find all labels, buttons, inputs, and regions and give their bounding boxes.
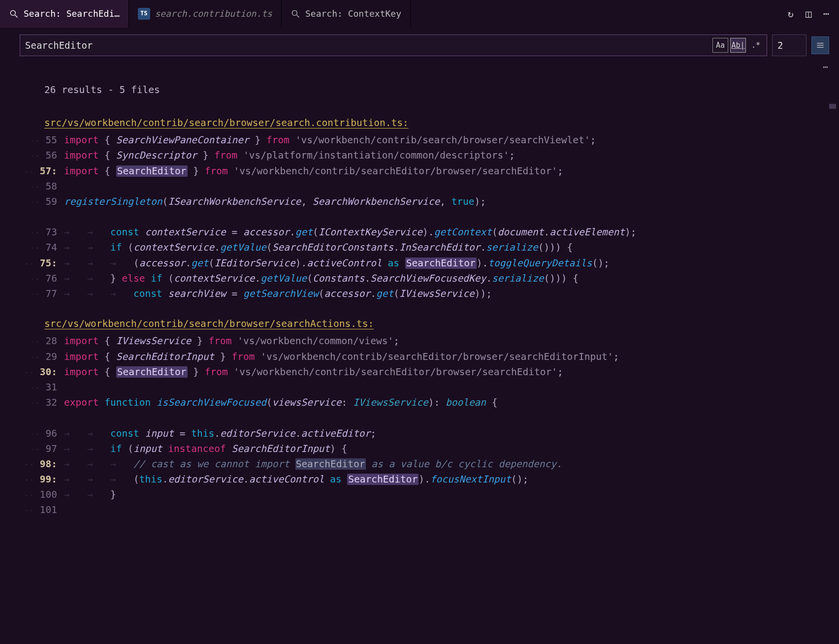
result-line[interactable]: ·· 99:→ → → (this.editorService.activeCo… bbox=[0, 472, 839, 487]
tab-label: search.contribution.ts bbox=[155, 7, 272, 21]
code-content: import { SearchEditor } from 'vs/workben… bbox=[64, 364, 839, 380]
result-line[interactable]: ·· 28import { IViewsService } from 'vs/w… bbox=[0, 333, 839, 349]
code-content: import { IViewsService } from 'vs/workbe… bbox=[64, 333, 839, 349]
code-content bbox=[64, 179, 839, 194]
hamburger-icon bbox=[815, 40, 825, 50]
file-path-heading[interactable]: src/vs/workbench/contrib/search/browser/… bbox=[0, 115, 839, 132]
minimap-slider[interactable] bbox=[829, 104, 836, 109]
result-line[interactable]: ·· 74→ → if (contextService.getValue(Sea… bbox=[0, 240, 839, 255]
code-content: → → } else if (contextService.getValue(C… bbox=[64, 271, 839, 286]
whole-word-label: Ab| bbox=[731, 39, 744, 51]
line-gutter: ·· 99: bbox=[0, 472, 64, 487]
more-icon[interactable]: ⋯ bbox=[823, 60, 828, 74]
case-sensitive-toggle[interactable]: Aa bbox=[712, 38, 728, 53]
search-row: Aa Ab| .* 2 bbox=[0, 28, 839, 60]
line-gutter: ·· 55 bbox=[0, 132, 64, 148]
result-line[interactable]: ·· 73→ → const contextService = accessor… bbox=[0, 225, 839, 240]
editor-tabs: Search: SearchEdi… TS search.contributio… bbox=[0, 0, 839, 28]
result-line[interactable]: ·· 56import { SyncDescriptor } from 'vs/… bbox=[0, 148, 839, 163]
code-content: → → → (accessor.get(IEditorService).acti… bbox=[64, 256, 839, 271]
result-line[interactable]: ·· 77→ → → const searchView = getSearchV… bbox=[0, 286, 839, 301]
line-gutter: ·· 101 bbox=[0, 502, 64, 517]
code-content: → → → const searchView = getSearchView(a… bbox=[64, 286, 839, 301]
context-lines-value: 2 bbox=[777, 38, 783, 53]
line-gutter: ·· 29 bbox=[0, 349, 64, 364]
code-content: import { SyncDescriptor } from 'vs/platf… bbox=[64, 148, 839, 163]
tab-label: Search: ContextKey bbox=[305, 7, 401, 21]
more-row: ⋯ bbox=[0, 60, 839, 74]
line-gutter: ·· 56 bbox=[0, 148, 64, 163]
line-gutter bbox=[0, 410, 64, 425]
line-gutter: ·· 74 bbox=[0, 240, 64, 255]
result-line[interactable]: ·· 55import { SearchViewPaneContainer } … bbox=[0, 132, 839, 148]
search-icon bbox=[290, 9, 300, 19]
context-lines-input[interactable]: 2 bbox=[772, 34, 807, 56]
code-content bbox=[64, 502, 839, 517]
result-line[interactable] bbox=[0, 410, 839, 425]
line-gutter: ·· 58 bbox=[0, 179, 64, 194]
split-editor-icon[interactable]: ◫ bbox=[806, 6, 811, 22]
refresh-icon[interactable]: ↻ bbox=[788, 6, 794, 22]
result-line[interactable]: ·· 75:→ → → (accessor.get(IEditorService… bbox=[0, 256, 839, 271]
line-gutter: ·· 28 bbox=[0, 333, 64, 349]
file-path-heading[interactable]: src/vs/workbench/contrib/search/browser/… bbox=[0, 316, 839, 333]
line-gutter: ·· 97 bbox=[0, 441, 64, 456]
line-gutter: ·· 98: bbox=[0, 456, 64, 472]
result-line[interactable]: ·· 32export function isSearchViewFocused… bbox=[0, 395, 839, 410]
result-line[interactable]: ·· 76→ → } else if (contextService.getVa… bbox=[0, 271, 839, 286]
tab-search-contribution[interactable]: TS search.contribution.ts bbox=[129, 0, 282, 28]
line-gutter: ·· 77 bbox=[0, 286, 64, 301]
tab-search-contextkey[interactable]: Search: ContextKey bbox=[282, 0, 411, 28]
code-content: → → const contextService = accessor.get(… bbox=[64, 225, 839, 240]
code-content: → → } bbox=[64, 487, 839, 502]
whole-word-toggle[interactable]: Ab| bbox=[730, 38, 746, 53]
code-content: → → if (contextService.getValue(SearchEd… bbox=[64, 240, 839, 255]
line-gutter: ·· 31 bbox=[0, 380, 64, 395]
result-line[interactable]: ·· 59registerSingleton(ISearchWorkbenchS… bbox=[0, 194, 839, 209]
code-content: import { SearchViewPaneContainer } from … bbox=[64, 132, 839, 148]
result-line[interactable]: ·· 58 bbox=[0, 179, 839, 194]
result-line[interactable]: ·· 57:import { SearchEditor } from 'vs/w… bbox=[0, 163, 839, 179]
line-gutter: ·· 73 bbox=[0, 225, 64, 240]
regex-toggle[interactable]: .* bbox=[748, 38, 764, 53]
result-line[interactable]: ·· 31 bbox=[0, 380, 839, 395]
line-gutter: ·· 32 bbox=[0, 395, 64, 410]
result-line[interactable]: ·· 100→ → } bbox=[0, 487, 839, 502]
line-gutter: ·· 75: bbox=[0, 256, 64, 271]
results-summary: 26 results - 5 files bbox=[0, 79, 839, 97]
result-line[interactable] bbox=[0, 209, 839, 225]
tab-actions: ↻ ◫ ⋯ bbox=[778, 0, 839, 28]
svg-point-2 bbox=[292, 10, 297, 15]
result-line[interactable]: ·· 98:→ → → // cast as we cannot import … bbox=[0, 456, 839, 472]
search-query-input[interactable] bbox=[25, 40, 712, 51]
line-gutter: ·· 96 bbox=[0, 426, 64, 441]
tab-search-editor-active[interactable]: Search: SearchEdi… bbox=[0, 0, 129, 28]
search-icon bbox=[9, 9, 19, 19]
result-line[interactable]: ·· 29import { SearchEditorInput } from '… bbox=[0, 349, 839, 364]
search-input-wrap: Aa Ab| .* bbox=[20, 34, 767, 56]
tab-label: Search: SearchEdi… bbox=[24, 7, 120, 21]
code-content: → → const input = this.editorService.act… bbox=[64, 426, 839, 441]
line-gutter: ·· 59 bbox=[0, 194, 64, 209]
svg-line-1 bbox=[15, 15, 18, 18]
code-content: → → if (input instanceof SearchEditorInp… bbox=[64, 441, 839, 456]
toggle-search-details-button[interactable] bbox=[811, 36, 829, 54]
line-gutter bbox=[0, 209, 64, 225]
search-options: Aa Ab| .* bbox=[712, 38, 764, 53]
results-body: src/vs/workbench/contrib/search/browser/… bbox=[0, 115, 839, 518]
svg-point-0 bbox=[10, 10, 15, 15]
code-content bbox=[64, 380, 839, 395]
line-gutter: ·· 76 bbox=[0, 271, 64, 286]
result-line[interactable]: ·· 30:import { SearchEditor } from 'vs/w… bbox=[0, 364, 839, 380]
code-content: → → → // cast as we cannot import Search… bbox=[64, 456, 839, 472]
result-line[interactable]: ·· 96→ → const input = this.editorServic… bbox=[0, 426, 839, 441]
result-line[interactable]: ·· 101 bbox=[0, 502, 839, 517]
search-results-editor[interactable]: 26 results - 5 files src/vs/workbench/co… bbox=[0, 74, 839, 518]
code-content: export function isSearchViewFocused(view… bbox=[64, 395, 839, 410]
more-actions-icon[interactable]: ⋯ bbox=[823, 6, 829, 22]
code-content: import { SearchEditorInput } from 'vs/wo… bbox=[64, 349, 839, 364]
line-gutter: ·· 57: bbox=[0, 163, 64, 179]
code-content: import { SearchEditor } from 'vs/workben… bbox=[64, 163, 839, 179]
line-gutter: ·· 30: bbox=[0, 364, 64, 380]
result-line[interactable]: ·· 97→ → if (input instanceof SearchEdit… bbox=[0, 441, 839, 456]
